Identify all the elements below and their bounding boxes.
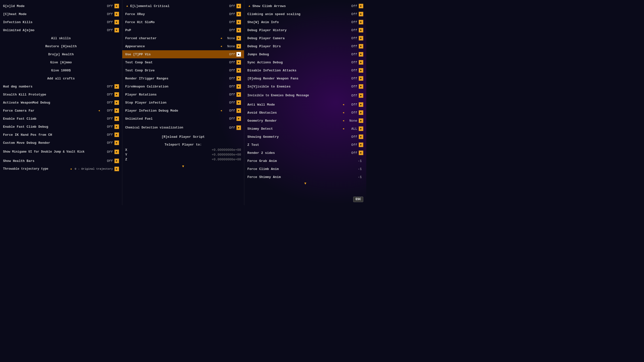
item-invisible-enemies[interactable]: In[V]isible to Enemies Off ► (244, 82, 366, 90)
showing-geo-right[interactable]: ► (359, 134, 363, 139)
item-anti-wall-mode[interactable]: Anti Wall Mode ◀ Off ► (244, 101, 366, 109)
sync-actions-right[interactable]: ► (359, 60, 363, 65)
col2-section-arrow-up[interactable]: ▲ (125, 4, 129, 8)
use-tpp-right[interactable]: ► (236, 52, 241, 57)
item-stealth-kill[interactable]: Stealth Kill Prototype Off ► (0, 90, 122, 99)
item-geometry-render[interactable]: Geometry Render ◀ None ► (244, 117, 366, 125)
player-rotations-right[interactable]: ► (236, 92, 241, 97)
appearance-right[interactable]: ► (236, 44, 241, 49)
item-pvp[interactable]: PvP Off ► (122, 26, 244, 34)
item-player-rotations[interactable]: Player Rotations Off ► (122, 90, 244, 99)
item-custom-move-debug[interactable]: Custom Move Debug Render Off ► (0, 139, 122, 147)
item-render-2sides[interactable]: Render 2 sides Off ► (244, 149, 366, 157)
col3-scroll-down[interactable]: ▼ (244, 181, 366, 186)
item-weaponmod-debug[interactable]: Activate WeaponMod Debug Off ► (0, 99, 122, 107)
item-use-tpp-vis[interactable]: Use [T]PP Vis Off ► (122, 50, 244, 58)
anti-wall-right[interactable]: ► (359, 102, 363, 107)
test-coop-drive-right[interactable]: ► (236, 68, 241, 73)
item-showing-geometry[interactable]: Showing Geometry Off ► (244, 133, 366, 141)
item-force-hit-slomo[interactable]: Force Hit SloMo Off ► (122, 18, 244, 26)
item-cheat-mode[interactable]: [C]heat Mode Off ► (0, 10, 122, 18)
jumps-debug-right[interactable]: ► (359, 52, 363, 57)
throwable-traj-left[interactable]: ◀ (69, 167, 73, 171)
avoid-obstacles-left[interactable]: ◀ (341, 110, 346, 115)
climb-anim-right[interactable]: ► (359, 12, 363, 16)
teleport-z-row[interactable]: Z +0.00000000e+00 (125, 157, 241, 162)
item-show-health-bars[interactable]: Show Health Bars Off ► (0, 157, 122, 165)
shimmy-detect-left[interactable]: ◀ (341, 126, 346, 131)
disable-infection-right[interactable]: ► (359, 68, 363, 73)
stealth-kill-right[interactable]: ► (114, 92, 119, 97)
item-unlimited-fuel[interactable]: Unlimited Fuel Off ► (122, 115, 244, 123)
appearance-left[interactable]: ◀ (219, 44, 223, 49)
infection-kills-right[interactable]: ► (114, 20, 119, 24)
render-2sides-right[interactable]: ► (359, 151, 363, 155)
item-reload-script[interactable]: [R]eload Player Script (122, 133, 244, 141)
infection-debug-left[interactable]: ◀ (219, 108, 223, 113)
item-disable-infection[interactable]: Disable Infection Attacks Off ► (244, 66, 366, 74)
item-fast-climb-debug[interactable]: Enable Fast Climb Debug Off ► (0, 123, 122, 131)
item-debug-player-dirs[interactable]: Debug Player Dirs Off ► (244, 42, 366, 50)
cheat-mode-right[interactable]: ► (114, 12, 119, 16)
item-hud-dmg[interactable]: Hud dmg numbers Off ► (0, 82, 122, 90)
item-chemical-detection[interactable]: Chemical Detection visualization Off ► (122, 123, 244, 133)
item-avoid-obstacles[interactable]: Avoid Obstacles ◀ Off ► (244, 109, 366, 117)
item-show-minigame[interactable]: Show Minigame UI for Double Jump & Vault… (0, 147, 122, 157)
item-add-crafts[interactable]: Add all crafts (0, 74, 122, 82)
infection-debug-right[interactable]: ► (236, 108, 241, 113)
throwable-traj-right[interactable]: ► (114, 167, 119, 171)
col3-section-arrow-up[interactable]: ▲ (247, 4, 251, 8)
hud-dmg-right[interactable]: ► (114, 84, 119, 89)
item-give-ammo[interactable]: Give [A]mmo (0, 58, 122, 66)
item-test-coop-seat[interactable]: Test Coop Seat Off ► (122, 58, 244, 66)
force-xray-right[interactable]: ► (236, 12, 241, 16)
item-unlimited-ammo[interactable]: Unlimited A[m]mo Off ► (0, 26, 122, 34)
invisible-debug-right[interactable]: ► (359, 93, 363, 98)
item-force-camera-far[interactable]: Force Camera Far ◀ Off ► (0, 107, 122, 115)
item-infection-kills[interactable]: Infection Kills Off ► (0, 18, 122, 26)
item-show-anim-info[interactable]: Sho[W] Anim Info Off ► (244, 18, 366, 26)
invisible-right[interactable]: ► (359, 84, 363, 89)
custom-move-right[interactable]: ► (114, 141, 119, 145)
geometry-render-right[interactable]: ► (359, 118, 363, 123)
debug-render-right[interactable]: ► (359, 76, 363, 81)
col2-scroll-down[interactable]: ▼ (122, 164, 244, 169)
item-stop-infection[interactable]: Stop Player infection Off ► (122, 99, 244, 107)
weaponmod-right[interactable]: ► (114, 100, 119, 105)
gold-mode-right[interactable]: ► (114, 4, 119, 8)
force-camera-left[interactable]: ◀ (97, 108, 101, 113)
fireweapon-right[interactable]: ► (236, 84, 241, 89)
col2-section-header[interactable]: ▲ E[L]emental Critical Off ► (122, 2, 244, 10)
item-sync-actions-debug[interactable]: Sync Actions Debug Off ► (244, 58, 366, 66)
z-test-right[interactable]: ► (359, 143, 363, 147)
item-shimmy-detect[interactable]: Shimmy Detect ◀ ALL ► (244, 125, 366, 133)
item-give-1000[interactable]: Give 1000$ (0, 66, 122, 74)
item-invisible-debug-msg[interactable]: Invisible to Enemies Debug Message Off ► (244, 90, 366, 101)
item-appearance[interactable]: Appearance ◀ None ► (122, 42, 244, 50)
item-force-ik-hand[interactable]: Force IK Hand Pos from CH Off ► (0, 131, 122, 139)
test-coop-seat-right[interactable]: ► (236, 60, 241, 65)
unlimited-fuel-right[interactable]: ► (236, 116, 241, 121)
shimmy-detect-right[interactable]: ► (359, 126, 363, 131)
debug-dirs-right[interactable]: ► (359, 44, 363, 49)
item-drop-health[interactable]: Dro[p] Health (0, 50, 122, 58)
item-force-xray[interactable]: Force XRay Off ► (122, 10, 244, 18)
item-render-itrigger[interactable]: Render ITrigger Ranges Off ► (122, 74, 244, 82)
item-debug-player-history[interactable]: Debug Player History Off ► (244, 26, 366, 34)
item-forced-character[interactable]: Forced character ◀ None ► (122, 34, 244, 42)
geometry-render-left[interactable]: ◀ (341, 118, 346, 123)
chemical-right[interactable]: ► (236, 125, 241, 130)
item-climb-anim-speed[interactable]: Climbing anim speed scaling Off ► (244, 10, 366, 18)
force-camera-right[interactable]: ► (114, 108, 119, 113)
stop-infection-right[interactable]: ► (236, 100, 241, 105)
show-health-right[interactable]: ► (114, 159, 119, 163)
fast-climb-debug-right[interactable]: ► (114, 124, 119, 129)
show-minigame-right[interactable]: ► (114, 150, 119, 154)
col3-section-right[interactable]: ► (359, 4, 363, 8)
item-all-skills[interactable]: All skills (0, 34, 122, 42)
force-ik-right[interactable]: ► (114, 132, 119, 137)
item-test-coop-drive[interactable]: Test Coop Drive Off ► (122, 66, 244, 74)
item-fireweapon-cal[interactable]: FireWeapon Calibration Off ► (122, 82, 244, 90)
render-itrigger-right[interactable]: ► (236, 76, 241, 81)
teleport-y-row[interactable]: Y +0.00000000e+00 (125, 152, 241, 157)
